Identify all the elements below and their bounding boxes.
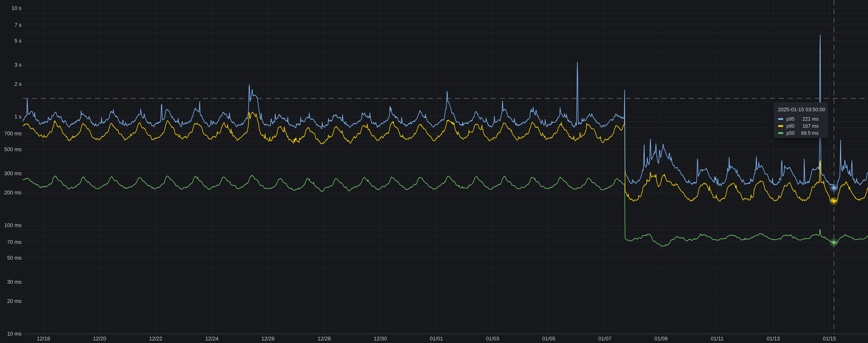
y-axis-tick-label: 10 s: [0, 5, 22, 11]
x-axis-tick-label: 12/18: [37, 336, 50, 342]
y-axis-tick-label: 20 ms: [0, 298, 22, 304]
y-axis-tick-label: 200 ms: [0, 189, 22, 196]
tooltip-timestamp: 2025-01-15 03:50:00: [778, 106, 823, 113]
tooltip-series-value: 69.5 ms: [795, 130, 823, 136]
p90-series-color-pill: [778, 125, 783, 127]
x-axis-tick-label: 01/01: [430, 336, 443, 342]
tooltip-series-label: p50: [786, 130, 795, 136]
x-axis-tick-label: 01/07: [598, 336, 612, 342]
tooltip-row-p50: p50 69.5 ms: [778, 129, 823, 136]
x-axis-tick-label: 01/09: [654, 336, 668, 342]
y-axis-tick-label: 70 ms: [0, 239, 22, 245]
x-axis-tick-label: 12/28: [317, 336, 331, 342]
y-axis-tick-label: 3 s: [0, 62, 22, 68]
y-axis-tick-label: 100 ms: [0, 222, 22, 228]
y-axis-tick-label: 30 ms: [0, 279, 22, 285]
tooltip-series-value: 167 ms: [795, 123, 823, 129]
chart-tooltip: 2025-01-15 03:50:00 p95 221 ms p90 167 m…: [774, 102, 828, 138]
x-axis-tick-label: 12/30: [374, 336, 387, 342]
tooltip-row-p95: p95 221 ms: [778, 115, 823, 122]
x-axis-tick-label: 12/22: [149, 336, 162, 342]
y-axis-tick-label: 7 s: [0, 22, 22, 28]
x-axis-tick-label: 01/03: [486, 336, 499, 342]
x-axis-tick-label: 12/20: [93, 336, 106, 342]
tooltip-series-value: 221 ms: [795, 116, 823, 122]
y-axis-tick-label: 5 s: [0, 38, 22, 44]
tooltip-series-label: p90: [786, 123, 795, 129]
tooltip-row-p90: p90 167 ms: [778, 122, 823, 129]
x-axis-tick-label: 01/15: [823, 336, 836, 342]
timeseries-plot-canvas[interactable]: [0, 0, 868, 343]
x-axis-tick-label: 12/24: [205, 336, 218, 342]
p95-series-color-pill: [778, 118, 783, 120]
y-axis-tick-label: 50 ms: [0, 255, 22, 261]
y-axis-tick-label: 2 s: [0, 81, 22, 87]
y-axis-tick-label: 500 ms: [0, 146, 22, 153]
x-axis-tick-label: 01/11: [711, 336, 724, 342]
x-axis-tick-label: 01/05: [542, 336, 555, 342]
latency-dashboard-panel: 10 s7 s5 s3 s2 s1 s700 ms500 ms300 ms200…: [0, 0, 868, 343]
x-axis-tick-label: 01/13: [767, 336, 780, 342]
tooltip-series-label: p95: [786, 116, 795, 122]
y-axis-tick-label: 700 ms: [0, 130, 22, 137]
x-axis-tick-label: 12/26: [261, 336, 275, 342]
y-axis-tick-label: 1 s: [0, 114, 22, 120]
y-axis-tick-label: 300 ms: [0, 170, 22, 177]
y-axis-tick-label: 10 ms: [0, 331, 22, 337]
p50-series-color-pill: [778, 132, 783, 134]
